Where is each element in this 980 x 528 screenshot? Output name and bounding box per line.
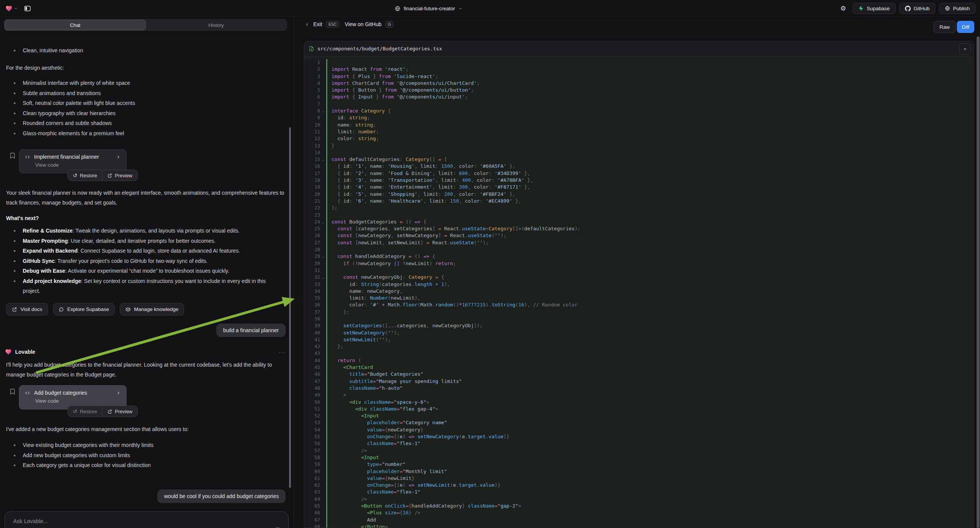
- collapse-button[interactable]: [959, 43, 970, 54]
- code-text: const handleAddCategory = () => {: [327, 253, 435, 260]
- list-item: Refine & Customize: Tweak the design, an…: [6, 226, 283, 236]
- line-number: 42: [304, 343, 320, 350]
- line-number: 17: [304, 170, 320, 177]
- fold-gutter: [320, 302, 326, 308]
- project-selector[interactable]: financial-future-creator: [395, 0, 463, 17]
- esc-shortcut-badge: ESC: [326, 21, 339, 28]
- list-item: Clean typography with clear hierarchies: [6, 108, 283, 119]
- code-text: [327, 267, 331, 274]
- code-line: 40 setNewCategory('');: [304, 329, 974, 336]
- next-steps-list: Refine & Customize: Tweak the design, an…: [6, 226, 283, 296]
- raw-toggle-button[interactable]: Raw: [934, 21, 956, 33]
- fold-gutter: [320, 225, 326, 232]
- line-number: 2: [304, 66, 320, 73]
- fold-toggle-icon[interactable]: ⌄: [320, 108, 326, 115]
- lovable-logo-heart-icon[interactable]: [5, 5, 18, 12]
- code-text: name: newCategory,: [327, 288, 402, 295]
- fold-toggle-icon[interactable]: ⌄: [320, 156, 326, 163]
- bookmark-icon[interactable]: [9, 152, 16, 159]
- preview-button[interactable]: Preview: [102, 406, 137, 417]
- chat-bubble-icon: [59, 307, 64, 312]
- line-number: 7: [304, 101, 320, 108]
- code-text: [327, 149, 331, 156]
- list-item: Clean, intuitive navigation: [6, 45, 283, 56]
- line-number: 16: [304, 163, 320, 170]
- view-on-github-button[interactable]: View on GitHub G: [345, 21, 394, 28]
- sidebar-toggle-icon[interactable]: [22, 3, 33, 14]
- preview-button[interactable]: Preview: [102, 170, 137, 181]
- line-number: 60: [304, 468, 320, 475]
- code-text: const defaultCategories: Category[] = [: [327, 156, 447, 163]
- version-card-title: Implement financial planner: [34, 154, 99, 160]
- fold-gutter: [320, 315, 326, 322]
- list-item: Debug with Ease: Activate our experiment…: [6, 266, 283, 276]
- manage-knowledge-button[interactable]: Manage knowledge: [120, 303, 184, 315]
- bookmark-icon[interactable]: [9, 388, 16, 395]
- diff-toggle-button[interactable]: Diff: [957, 21, 974, 33]
- fold-gutter: [320, 122, 326, 129]
- fold-gutter: [320, 517, 326, 523]
- code-line: 4import ChartCard from '@/components/ui/…: [304, 80, 974, 87]
- page-scrollbar[interactable]: [977, 37, 980, 528]
- code-line: 49 >: [304, 392, 974, 398]
- github-button[interactable]: GitHub: [899, 3, 935, 14]
- code-line: 54 value={newCategory}: [304, 426, 974, 433]
- line-number: 49: [304, 392, 320, 398]
- code-line: 65 <Button onClick={handleAddCategory} c…: [304, 503, 974, 509]
- visit-docs-button[interactable]: Visit docs: [6, 303, 48, 315]
- fold-gutter: [320, 482, 326, 488]
- fold-gutter: [320, 212, 326, 219]
- line-number: 37: [304, 309, 320, 315]
- restore-button[interactable]: ↺ Restore: [68, 170, 102, 181]
- external-link-icon: [12, 307, 17, 312]
- exit-button[interactable]: Exit ESC: [305, 21, 339, 28]
- code-line: 50 <div className="space-y-6">: [304, 399, 974, 406]
- code-line: 24⌄const BudgetCategories = () => {: [304, 219, 974, 225]
- line-number: 46: [304, 371, 320, 378]
- code-line: 36 color: '#' + Math.floor(Math.random()…: [304, 302, 974, 308]
- line-number: 31: [304, 267, 320, 274]
- line-number: 22: [304, 205, 320, 212]
- line-number: 40: [304, 329, 320, 336]
- fold-gutter: [320, 80, 326, 87]
- fold-gutter: [320, 461, 326, 468]
- fold-gutter: [320, 336, 326, 343]
- fold-toggle-icon[interactable]: ⌄: [320, 219, 326, 225]
- view-code-link[interactable]: View code: [35, 162, 121, 168]
- list-item: Subtle animations and transitions: [6, 88, 283, 99]
- code-text: <div className="flex gap-4">: [327, 406, 438, 412]
- line-number: 54: [304, 426, 320, 433]
- message-menu-ellipsis-icon[interactable]: ···: [278, 349, 285, 355]
- file-header[interactable]: src/components/budget/BudgetCategories.t…: [304, 41, 974, 56]
- tab-history[interactable]: History: [146, 20, 286, 30]
- line-number: 4: [304, 80, 320, 87]
- fold-toggle-icon[interactable]: ⌄: [320, 274, 326, 281]
- project-name: financial-future-creator: [404, 6, 455, 11]
- fold-gutter: [320, 419, 326, 426]
- publish-button[interactable]: Publish: [939, 3, 975, 14]
- fold-gutter: [320, 260, 326, 267]
- view-code-link[interactable]: View code: [35, 398, 121, 404]
- explore-supabase-button[interactable]: Explore Supabase: [53, 303, 115, 315]
- code-text: const BudgetCategories = () => {: [327, 219, 426, 225]
- chat-input-box[interactable]: Ask Lovable... Attach Edit Default ↑: [5, 511, 289, 528]
- code-text: subtitle="Manage your spending limits": [327, 378, 462, 385]
- settings-gear-icon[interactable]: ⚙: [838, 3, 849, 14]
- chat-scrollbar[interactable]: [289, 127, 291, 488]
- fold-toggle-icon[interactable]: ⌄: [320, 253, 326, 260]
- user-message-bubble: build a financial planner: [216, 323, 286, 337]
- code-line: 48 className="h-auto": [304, 385, 974, 392]
- publish-label: Publish: [953, 6, 970, 11]
- list-item: Each category gets a unique color for vi…: [6, 460, 283, 471]
- supabase-button[interactable]: Supabase: [853, 3, 896, 14]
- code-text: onChange={(e) => setNewCategory(e.target…: [327, 433, 509, 440]
- restore-button[interactable]: ↺ Restore: [68, 406, 102, 417]
- code-line: 64 />: [304, 496, 974, 503]
- code-text: name: string;: [327, 122, 376, 129]
- tab-chat[interactable]: Chat: [5, 20, 146, 30]
- g-shortcut-badge: G: [385, 21, 394, 28]
- code-text: color: string;: [327, 135, 379, 142]
- line-number: 13: [304, 142, 320, 149]
- code-line: 15⌄const defaultCategories: Category[] =…: [304, 156, 974, 163]
- line-number: 11: [304, 129, 320, 135]
